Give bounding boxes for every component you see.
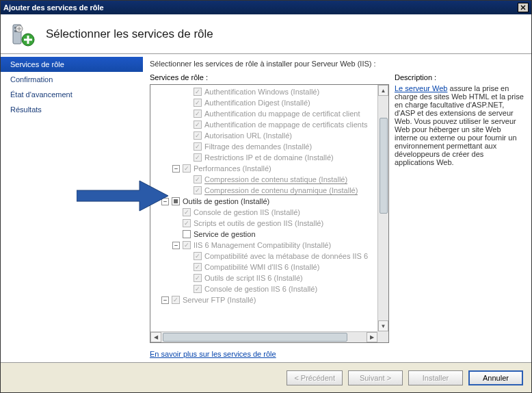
tree-checkbox[interactable] bbox=[183, 230, 191, 238]
tree-expander[interactable]: − bbox=[172, 242, 180, 249]
previous-button[interactable]: < Précédent bbox=[287, 370, 343, 385]
vertical-scrollbar[interactable]: ▲ ▼ bbox=[377, 85, 388, 331]
tree-row[interactable]: ✓Outils de script IIS 6 (Installé) bbox=[150, 272, 377, 283]
tree-checkbox: ✓ bbox=[194, 110, 202, 118]
wizard-footer: < Précédent Suivant > Installer Annuler bbox=[1, 362, 531, 392]
tree-row[interactable]: ✓Scripts et outils de gestion IIS (Insta… bbox=[150, 218, 377, 229]
tree-item-label: IIS 6 Management Compatibility (Installé… bbox=[194, 241, 331, 249]
tree-checkbox: ✓ bbox=[183, 219, 191, 227]
role-services-tree-container: ✓Authentification Windows (Installé)✓Aut… bbox=[150, 84, 389, 343]
tree-row[interactable]: ✓Autorisation URL (Installé) bbox=[150, 130, 377, 141]
wizard-window: Ajouter des services de rôle Sélectionne… bbox=[0, 0, 532, 393]
tree-checkbox: ✓ bbox=[183, 208, 191, 216]
scroll-left-arrow[interactable]: ◀ bbox=[150, 332, 161, 342]
scrollbar-corner bbox=[377, 331, 388, 342]
tree-item-label: Authentification Digest (Installé) bbox=[204, 99, 310, 107]
tree-checkbox: ✓ bbox=[183, 164, 191, 173]
tree-item-label: Outils de gestion (Installé) bbox=[183, 197, 269, 205]
tree-checkbox: ✓ bbox=[194, 121, 202, 129]
tree-checkbox: ✓ bbox=[194, 175, 202, 183]
tree-checkbox: ✓ bbox=[194, 252, 202, 260]
tree-item-label: Authentification Windows (Installé) bbox=[204, 88, 319, 96]
tree-checkbox: ✓ bbox=[183, 241, 191, 249]
tree-row[interactable]: −✓Serveur FTP (Installé) bbox=[150, 294, 377, 305]
tree-label: Services de rôle : bbox=[150, 73, 389, 81]
tree-checkbox[interactable] bbox=[172, 197, 180, 205]
sidebar-item-progress[interactable]: État d'avancement bbox=[1, 87, 143, 102]
tree-checkbox: ✓ bbox=[194, 263, 202, 271]
learn-more: En savoir plus sur les services de rôle bbox=[150, 350, 389, 358]
wizard-sidebar: Services de rôle Confirmation État d'ava… bbox=[1, 54, 143, 362]
tree-row[interactable]: ✓Compression de contenu dynamique (Insta… bbox=[150, 185, 377, 196]
tree-checkbox: ✓ bbox=[194, 88, 202, 96]
title-bar: Ajouter des services de rôle bbox=[1, 1, 531, 14]
wizard-body: Services de rôle Confirmation État d'ava… bbox=[1, 54, 531, 362]
tree-checkbox: ✓ bbox=[172, 296, 180, 304]
tree-item-label: Compression de contenu dynamique (Instal… bbox=[204, 186, 358, 195]
tree-item-label: Compression de contenu statique (Install… bbox=[204, 175, 347, 184]
tree-expander[interactable]: − bbox=[161, 198, 169, 205]
description-label: Description : bbox=[395, 73, 524, 81]
tree-row[interactable]: −✓IIS 6 Management Compatibility (Instal… bbox=[150, 240, 377, 251]
description-text: Le serveur Web assure la prise en charge… bbox=[395, 84, 524, 166]
tree-row[interactable]: −Outils de gestion (Installé) bbox=[150, 196, 377, 207]
tree-row[interactable]: ✓Authentification Windows (Installé) bbox=[150, 86, 377, 97]
tree-item-label: Compatibilité WMI d'IIS 6 (Installé) bbox=[204, 263, 319, 271]
tree-row[interactable]: Service de gestion bbox=[150, 229, 377, 240]
role-services-column: Services de rôle : ✓Authentification Win… bbox=[150, 73, 389, 358]
sidebar-item-services[interactable]: Services de rôle bbox=[1, 57, 143, 72]
tree-item-label: Filtrage des demandes (Installé) bbox=[204, 142, 312, 151]
scroll-down-arrow[interactable]: ▼ bbox=[378, 320, 388, 331]
sidebar-item-confirmation[interactable]: Confirmation bbox=[1, 72, 143, 87]
window-title: Ajouter des services de rôle bbox=[3, 3, 518, 12]
tree-checkbox: ✓ bbox=[194, 285, 202, 293]
wizard-main: Sélectionner les services de rôle à inst… bbox=[143, 54, 531, 362]
tree-row[interactable]: −✓Performances (Installé) bbox=[150, 163, 377, 174]
tree-checkbox: ✓ bbox=[194, 153, 202, 162]
tree-item-label: Compatibilité avec la métabase de donnée… bbox=[204, 252, 368, 260]
intro-text: Sélectionner les services de rôle à inst… bbox=[150, 60, 524, 68]
tree-item-label: Console de gestion IIS 6 (Installé) bbox=[204, 285, 317, 293]
wizard-header: Sélectionner les services de rôle bbox=[1, 14, 531, 54]
close-button[interactable] bbox=[518, 3, 529, 12]
server-plus-icon bbox=[9, 21, 36, 48]
description-column: Description : Le serveur Web assure la p… bbox=[395, 73, 524, 358]
tree-checkbox: ✓ bbox=[194, 99, 202, 107]
tree-item-label: Authentification de mappage de certifica… bbox=[204, 121, 367, 129]
scroll-thumb-v[interactable] bbox=[380, 118, 388, 214]
tree-expander[interactable]: − bbox=[161, 296, 169, 304]
tree-item-label: Outils de script IIS 6 (Installé) bbox=[204, 274, 303, 282]
tree-item-label: Performances (Installé) bbox=[194, 164, 271, 173]
tree-row[interactable]: ✓Compatibilité avec la métabase de donné… bbox=[150, 251, 377, 262]
tree-row[interactable]: ✓Authentification du mappage de certific… bbox=[150, 108, 377, 119]
tree-item-label: Console de gestion IIS (Installé) bbox=[194, 208, 300, 216]
sidebar-item-results[interactable]: Résultats bbox=[1, 102, 143, 117]
tree-expander[interactable]: − bbox=[172, 165, 180, 173]
tree-row[interactable]: ✓Filtrage des demandes (Installé) bbox=[150, 141, 377, 152]
tree-checkbox: ✓ bbox=[194, 186, 202, 194]
page-title: Sélectionner les services de rôle bbox=[46, 27, 213, 41]
description-link[interactable]: Le serveur Web bbox=[395, 84, 447, 92]
tree-row[interactable]: ✓Compression de contenu statique (Instal… bbox=[150, 174, 377, 185]
tree-row[interactable]: ✓Restrictions IP et de domaine (Installé… bbox=[150, 152, 377, 163]
next-button[interactable]: Suivant > bbox=[348, 370, 403, 385]
tree-row[interactable]: ✓Authentification Digest (Installé) bbox=[150, 97, 377, 108]
tree-row[interactable]: ✓Compatibilité WMI d'IIS 6 (Installé) bbox=[150, 262, 377, 272]
tree-item-label: Scripts et outils de gestion IIS (Instal… bbox=[194, 219, 323, 227]
role-services-tree[interactable]: ✓Authentification Windows (Installé)✓Aut… bbox=[150, 85, 377, 331]
scroll-right-arrow[interactable]: ▶ bbox=[367, 332, 377, 342]
cancel-button[interactable]: Annuler bbox=[468, 370, 523, 385]
tree-checkbox: ✓ bbox=[194, 274, 202, 282]
learn-more-link[interactable]: En savoir plus sur les services de rôle bbox=[150, 350, 276, 358]
horizontal-scrollbar[interactable]: ◀ ▶ bbox=[150, 331, 377, 342]
scroll-thumb-h[interactable] bbox=[163, 333, 347, 342]
install-button[interactable]: Installer bbox=[408, 370, 463, 385]
tree-item-label: Restrictions IP et de domaine (Installé) bbox=[204, 153, 334, 162]
tree-checkbox: ✓ bbox=[194, 142, 202, 151]
tree-item-label: Authentification du mappage de certifica… bbox=[204, 110, 360, 118]
scroll-up-arrow[interactable]: ▲ bbox=[378, 85, 388, 96]
tree-item-label: Service de gestion bbox=[194, 230, 256, 238]
tree-row[interactable]: ✓Console de gestion IIS (Installé) bbox=[150, 207, 377, 218]
tree-row[interactable]: ✓Console de gestion IIS 6 (Installé) bbox=[150, 283, 377, 294]
tree-row[interactable]: ✓Authentification de mappage de certific… bbox=[150, 119, 377, 130]
